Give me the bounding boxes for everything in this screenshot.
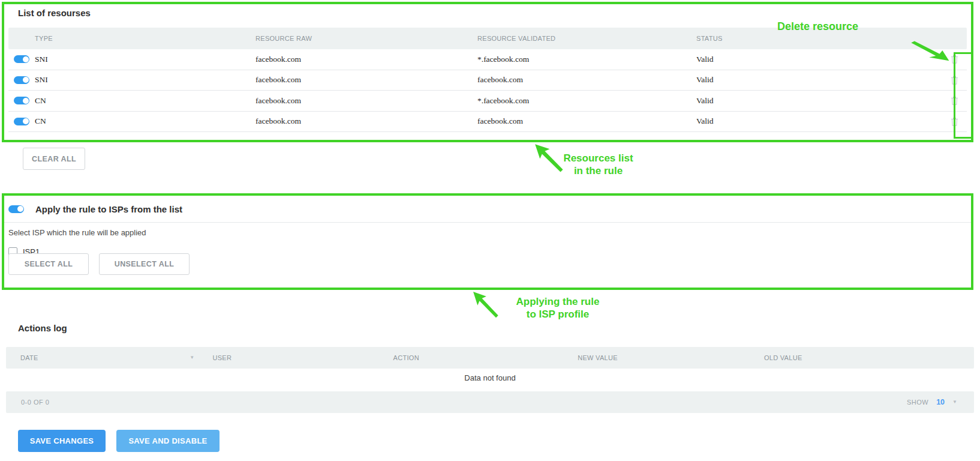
save-changes-button[interactable]: SAVE CHANGES	[18, 430, 106, 452]
rule-settings-page: List of resourses TYPE RESOURCE RAW RESO…	[0, 0, 980, 461]
select-all-button[interactable]: SELECT ALL	[8, 253, 89, 275]
pagination-bar: 0-0 OF 0 SHOW 10 ▼	[6, 391, 974, 413]
resource-type-value: CN	[35, 96, 255, 106]
toggle-knob	[23, 56, 29, 62]
actions-log-title: Actions log	[18, 323, 67, 333]
column-header-action: ACTION	[386, 354, 571, 361]
column-header-old-value: OLD VALUE	[757, 354, 974, 361]
resource-raw-value: facebook.com	[255, 55, 477, 64]
unselect-all-button[interactable]: UNSELECT ALL	[99, 253, 190, 275]
resource-type-value: SNI	[35, 75, 255, 85]
column-header-resource-validated: RESOURCE VALIDATED	[477, 35, 696, 42]
pagination-range: 0-0 OF 0	[21, 399, 49, 406]
apply-to-isp-section: Apply the rule to ISPs from the list Sel…	[2, 193, 973, 290]
table-row: CN facebook.com *.facebook.com Valid	[8, 91, 967, 112]
select-isp-hint: Select ISP which the rule will be applie…	[8, 228, 146, 237]
page-size-caret-down-icon[interactable]: ▼	[952, 400, 957, 405]
resource-enabled-toggle-icon[interactable]	[14, 97, 29, 104]
resource-raw-value: facebook.com	[255, 96, 477, 106]
annotation-resources-list: Resources list in the rule	[549, 152, 648, 177]
apply-to-isp-header: Apply the rule to ISPs from the list	[4, 196, 971, 223]
resource-validated-value: *.facebook.com	[477, 55, 696, 64]
empty-state-text: Data not found	[0, 373, 980, 382]
column-header-type: TYPE	[35, 35, 255, 42]
annotation-applying-rule: Applying the rule to ISP profile	[507, 295, 608, 321]
column-header-date: DATE	[20, 354, 38, 361]
page-size-select[interactable]: 10	[936, 398, 945, 406]
resource-validated-value: *.facebook.com	[477, 96, 696, 106]
resources-section-title: List of resourses	[18, 8, 91, 18]
column-header-new-value: NEW VALUE	[570, 354, 757, 361]
resource-status-value: Valid	[696, 116, 942, 126]
resource-raw-value: facebook.com	[255, 116, 477, 126]
annotation-arrow-icon	[903, 37, 950, 61]
resource-enabled-toggle-icon[interactable]	[14, 55, 29, 63]
toggle-knob	[23, 118, 29, 124]
delete-column-highlight-box	[954, 52, 973, 139]
toggle-knob	[23, 98, 29, 104]
table-row: SNI facebook.com facebook.com Valid	[8, 70, 967, 91]
sort-caret-down-icon[interactable]: ▼	[190, 355, 194, 360]
actions-log-table-header: DATE ▼ USER ACTION NEW VALUE OLD VALUE	[6, 347, 974, 369]
resource-enabled-toggle-icon[interactable]	[14, 118, 29, 125]
table-row: SNI facebook.com *.facebook.com Valid	[8, 49, 967, 70]
resource-validated-value: facebook.com	[477, 116, 696, 126]
clear-all-button[interactable]: CLEAR ALL	[23, 148, 85, 170]
annotation-delete-resource: Delete resource	[777, 20, 858, 33]
resources-table-body: SNI facebook.com *.facebook.com Valid SN…	[8, 49, 967, 132]
annotation-arrow-icon	[473, 291, 504, 324]
resource-enabled-toggle-icon[interactable]	[14, 76, 29, 84]
resource-raw-value: facebook.com	[255, 75, 477, 85]
resource-status-value: Valid	[696, 75, 942, 85]
apply-rule-toggle-icon[interactable]	[8, 205, 24, 213]
save-and-disable-button[interactable]: SAVE AND DISABLE	[116, 430, 220, 452]
toggle-knob	[23, 77, 29, 83]
table-row: CN facebook.com facebook.com Valid	[8, 112, 967, 133]
show-label: SHOW	[907, 399, 928, 406]
toggle-knob	[17, 206, 23, 212]
resource-type-value: SNI	[35, 55, 255, 64]
column-header-user: USER	[205, 354, 386, 361]
resource-status-value: Valid	[696, 96, 942, 106]
column-header-resource-raw: RESOURCE RAW	[255, 35, 477, 42]
apply-to-isp-heading: Apply the rule to ISPs from the list	[35, 204, 182, 214]
resource-type-value: CN	[35, 116, 255, 126]
resource-validated-value: facebook.com	[477, 75, 696, 85]
